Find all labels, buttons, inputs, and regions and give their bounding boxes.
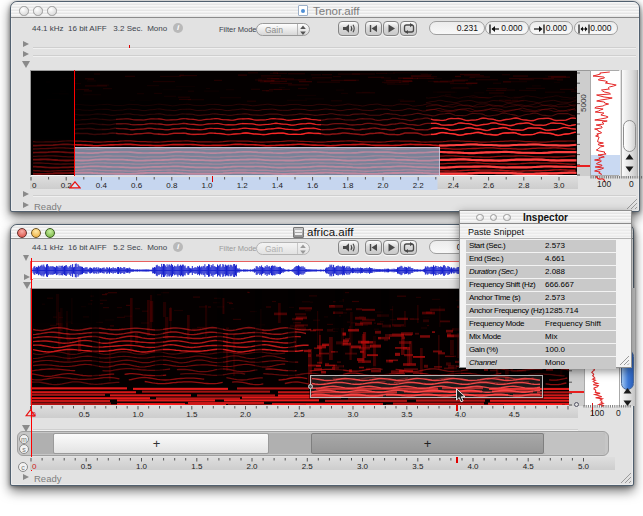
svg-text:100: 100 (597, 179, 611, 189)
svg-text:0.4: 0.4 (96, 181, 108, 190)
svg-text:2.5: 2.5 (294, 410, 306, 419)
svg-text:4.5: 4.5 (509, 410, 521, 419)
svg-text:1.0: 1.0 (136, 462, 148, 471)
svg-text:0: 0 (616, 408, 621, 418)
svg-text:1.8: 1.8 (342, 181, 354, 190)
svg-text:3.5: 3.5 (412, 462, 424, 471)
svg-text:2.0: 2.0 (377, 181, 389, 190)
svg-text:5.0: 5.0 (578, 462, 590, 471)
svg-text:100: 100 (590, 408, 604, 418)
svg-text:4.5: 4.5 (523, 462, 535, 471)
svg-text:0: 0 (629, 179, 634, 189)
svg-text:2.5: 2.5 (302, 462, 314, 471)
svg-text:2.0: 2.0 (240, 410, 252, 419)
svg-text:2.4: 2.4 (448, 181, 460, 190)
svg-text:2.0: 2.0 (246, 462, 258, 471)
svg-text:3.0: 3.0 (347, 410, 359, 419)
svg-text:1.2: 1.2 (237, 181, 249, 190)
svg-text:0.6: 0.6 (131, 181, 143, 190)
svg-text:1.5: 1.5 (191, 462, 203, 471)
svg-text:3.0: 3.0 (553, 181, 565, 190)
svg-text:1.4: 1.4 (272, 181, 284, 190)
svg-text:1.0: 1.0 (132, 410, 144, 419)
svg-text:0.8: 0.8 (166, 181, 178, 190)
svg-text:1.6: 1.6 (307, 181, 319, 190)
svg-text:4.0: 4.0 (467, 462, 479, 471)
svg-text:2.6: 2.6 (483, 181, 495, 190)
svg-text:3.0: 3.0 (357, 462, 369, 471)
svg-text:0: 0 (32, 181, 37, 190)
svg-text:2.2: 2.2 (413, 181, 425, 190)
svg-text:2.8: 2.8 (518, 181, 530, 190)
svg-text:1.5: 1.5 (186, 410, 198, 419)
svg-text:3.5: 3.5 (401, 410, 413, 419)
svg-text:0.5: 0.5 (79, 410, 91, 419)
svg-text:0: 0 (32, 462, 37, 471)
svg-text:0.5: 0.5 (81, 462, 93, 471)
